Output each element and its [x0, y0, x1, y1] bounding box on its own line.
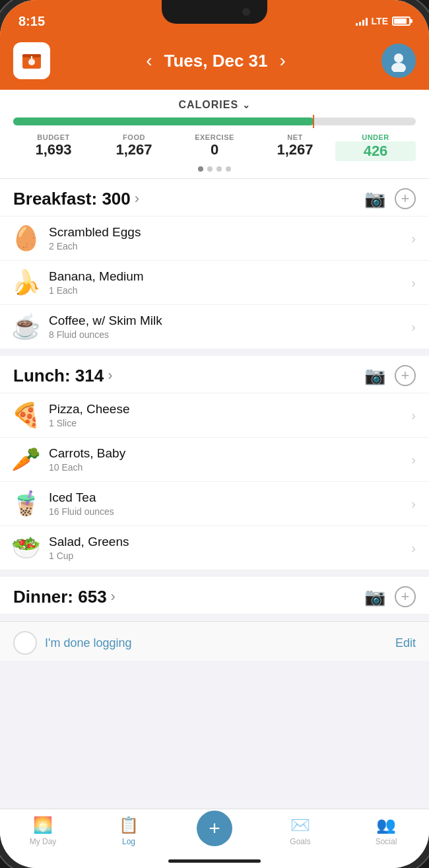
- coffee-emoji: ☕: [9, 313, 42, 341]
- food-item-scrambled-eggs[interactable]: 🥚 Scrambled Eggs 2 Each ›: [0, 217, 429, 261]
- phone-frame: 8:15 LTE ‹ Tues, Dec 31: [0, 0, 429, 868]
- coffee-info: Coffee, w/ Skim Milk 8 Fluid ounces: [49, 314, 411, 340]
- carrots-info: Carrots, Baby 10 Each: [49, 446, 411, 473]
- page-dots: [13, 166, 416, 172]
- svg-point-2: [28, 59, 35, 65]
- bar4: [366, 18, 368, 26]
- header: ‹ Tues, Dec 31 ›: [0, 36, 429, 90]
- camera: [242, 8, 250, 16]
- carrots-chevron: ›: [411, 452, 416, 467]
- svg-point-5: [391, 63, 406, 72]
- signal-icon: [356, 17, 368, 26]
- salad-chevron: ›: [411, 541, 416, 556]
- done-text[interactable]: I'm done logging: [45, 636, 132, 650]
- add-button[interactable]: +: [197, 811, 232, 846]
- progress-marker: [313, 115, 314, 128]
- banana-emoji: 🍌: [9, 269, 42, 296]
- scrambled-eggs-emoji: 🥚: [9, 224, 42, 252]
- tab-add[interactable]: +: [172, 816, 257, 846]
- breakfast-chevron: ›: [135, 190, 139, 207]
- tab-log[interactable]: 📋 Log: [86, 816, 172, 846]
- calories-section: CALORIES ⌄ BUDGET 1,693 FOOD 1,267 EXERC…: [0, 90, 429, 179]
- food-item-iced-tea[interactable]: 🧋 Iced Tea 16 Fluid ounces ›: [0, 482, 429, 526]
- lunch-header: Lunch: 314 › 📷 +: [0, 356, 429, 393]
- dot-3: [216, 166, 222, 172]
- scale-icon[interactable]: [13, 42, 50, 79]
- svg-point-4: [394, 53, 403, 63]
- camera-icon[interactable]: 📷: [364, 189, 385, 209]
- lunch-camera-icon[interactable]: 📷: [364, 366, 385, 386]
- food-item-salad[interactable]: 🥗 Salad, Greens 1 Cup ›: [0, 526, 429, 570]
- edit-button[interactable]: Edit: [395, 636, 416, 650]
- food-item-banana[interactable]: 🍌 Banana, Medium 1 Each ›: [0, 261, 429, 305]
- avatar[interactable]: [381, 44, 416, 78]
- goals-icon: ✉️: [290, 816, 310, 834]
- prev-arrow[interactable]: ‹: [146, 50, 152, 71]
- tab-log-label: Log: [122, 837, 135, 846]
- food-item-coffee[interactable]: ☕ Coffee, w/ Skim Milk 8 Fluid ounces ›: [0, 305, 429, 349]
- status-icons: LTE: [356, 16, 411, 26]
- content-area: Breakfast: 300 › 📷 + 🥚 Scrambled Eggs 2 …: [0, 179, 429, 661]
- banana-info: Banana, Medium 1 Each: [49, 269, 411, 296]
- food-item-pizza[interactable]: 🍕 Pizza, Cheese 1 Slice ›: [0, 393, 429, 438]
- carrots-emoji: 🥕: [9, 446, 42, 473]
- dinner-camera-icon[interactable]: 📷: [364, 587, 385, 607]
- lunch-chevron: ›: [108, 367, 112, 384]
- lte-label: LTE: [372, 16, 388, 26]
- pizza-chevron: ›: [411, 408, 416, 423]
- lunch-add-icon[interactable]: +: [395, 365, 416, 386]
- stat-budget: BUDGET 1,693: [13, 133, 94, 158]
- progress-bar: [13, 117, 416, 125]
- bar3: [362, 20, 364, 26]
- battery-icon: [392, 17, 411, 26]
- home-indicator: [168, 859, 261, 863]
- salad-emoji: 🥗: [9, 534, 42, 562]
- breakfast-header: Breakfast: 300 › 📷 +: [0, 179, 429, 217]
- done-toggle: I'm done logging: [13, 631, 132, 655]
- dinner-add-icon[interactable]: +: [395, 586, 416, 607]
- lunch-actions: 📷 +: [364, 365, 416, 386]
- bar2: [359, 22, 361, 26]
- tab-goals[interactable]: ✉️ Goals: [257, 816, 343, 846]
- social-icon: 👥: [376, 816, 396, 834]
- dot-1: [198, 166, 203, 172]
- stat-exercise: EXERCISE 0: [174, 133, 255, 158]
- stat-net: NET 1,267: [255, 133, 335, 158]
- breakfast-title[interactable]: Breakfast: 300 ›: [13, 189, 139, 209]
- dot-2: [207, 166, 213, 172]
- dinner-header: Dinner: 653 › 📷 +: [0, 577, 429, 615]
- calories-title[interactable]: CALORIES ⌄: [13, 99, 416, 111]
- next-arrow[interactable]: ›: [280, 50, 286, 71]
- dot-4: [226, 166, 231, 172]
- pizza-info: Pizza, Cheese 1 Slice: [49, 402, 411, 428]
- tab-my-day-label: My Day: [30, 837, 57, 846]
- breakfast-section: Breakfast: 300 › 📷 + 🥚 Scrambled Eggs 2 …: [0, 179, 429, 349]
- scrambled-eggs-chevron: ›: [411, 231, 416, 246]
- tab-goals-label: Goals: [290, 837, 310, 846]
- status-time: 8:15: [18, 14, 45, 29]
- stat-under: UNDER 426: [335, 133, 416, 161]
- food-item-carrots[interactable]: 🥕 Carrots, Baby 10 Each ›: [0, 438, 429, 482]
- iced-tea-emoji: 🧋: [9, 490, 42, 517]
- tab-social[interactable]: 👥 Social: [343, 816, 429, 846]
- battery-fill: [394, 18, 407, 24]
- done-toggle-circle[interactable]: [13, 631, 37, 655]
- add-icon[interactable]: +: [395, 188, 416, 209]
- pizza-emoji: 🍕: [9, 401, 42, 429]
- banana-chevron: ›: [411, 275, 416, 290]
- tab-social-label: Social: [376, 837, 397, 846]
- lunch-title[interactable]: Lunch: 314 ›: [13, 366, 113, 386]
- dinner-section: Dinner: 653 › 📷 +: [0, 577, 429, 615]
- lunch-section: Lunch: 314 › 📷 + 🍕 Pizza, Cheese 1 Slice…: [0, 356, 429, 570]
- scrambled-eggs-info: Scrambled Eggs 2 Each: [49, 225, 411, 251]
- log-icon: 📋: [119, 816, 139, 834]
- salad-info: Salad, Greens 1 Cup: [49, 535, 411, 561]
- dinner-actions: 📷 +: [364, 586, 416, 607]
- date-nav: ‹ Tues, Dec 31 ›: [146, 50, 286, 71]
- my-day-icon: 🌅: [33, 816, 53, 834]
- dinner-title[interactable]: Dinner: 653 ›: [13, 587, 116, 607]
- coffee-chevron: ›: [411, 319, 416, 335]
- stat-food: FOOD 1,267: [94, 133, 174, 158]
- calories-stats: BUDGET 1,693 FOOD 1,267 EXERCISE 0 NET 1…: [13, 133, 416, 161]
- tab-my-day[interactable]: 🌅 My Day: [0, 816, 86, 846]
